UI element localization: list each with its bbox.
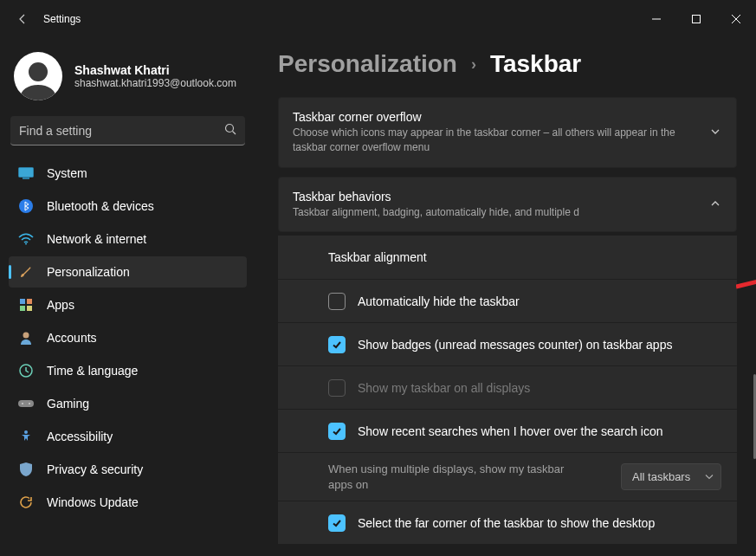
- sidebar-item-label: Gaming: [47, 397, 89, 411]
- sidebar-item-bluetooth[interactable]: Bluetooth & devices: [9, 191, 247, 222]
- svg-rect-7: [19, 168, 34, 178]
- shield-icon: [17, 461, 35, 478]
- sidebar-item-person[interactable]: Accounts: [9, 322, 247, 353]
- behaviors-body: Taskbar alignment Automatically hide the…: [278, 236, 737, 544]
- checkbox-disabled: [328, 379, 346, 397]
- card-subtitle: Choose which icons may appear in the tas…: [293, 126, 695, 155]
- sidebar: Shashwat Khatri shashwat.khatri1993@outl…: [0, 38, 255, 556]
- svg-rect-12: [27, 299, 32, 304]
- update-icon: [17, 494, 35, 511]
- search-box[interactable]: [10, 116, 245, 145]
- profile-block[interactable]: Shashwat Khatri shashwat.khatri1993@outl…: [9, 45, 247, 113]
- sidebar-item-clock[interactable]: Time & language: [9, 355, 247, 386]
- accessibility-icon: [17, 428, 35, 445]
- label: When using multiple displays, show my ta…: [328, 462, 588, 492]
- svg-rect-14: [27, 306, 32, 311]
- card-subtitle: Taskbar alignment, badging, automaticall…: [293, 205, 695, 220]
- gamepad-icon: [17, 395, 35, 412]
- profile-name: Shashwat Khatri: [74, 63, 236, 77]
- bluetooth-icon: [17, 197, 35, 215]
- svg-point-10: [25, 243, 27, 245]
- sidebar-item-label: Privacy & security: [47, 462, 143, 476]
- svg-point-20: [24, 430, 28, 434]
- svg-line-6: [233, 131, 236, 134]
- sidebar-item-update[interactable]: Windows Update: [9, 487, 247, 518]
- combo-value: All taskbars: [632, 470, 690, 483]
- breadcrumb-current: Taskbar: [490, 50, 581, 78]
- minimize-button[interactable]: [636, 5, 676, 33]
- card-title: Taskbar corner overflow: [293, 110, 695, 124]
- apps-icon: [17, 296, 35, 314]
- checkbox-checked[interactable]: [328, 336, 346, 353]
- sidebar-item-label: System: [47, 166, 87, 180]
- breadcrumb: Personalization › Taskbar: [278, 50, 737, 78]
- sidebar-item-label: Personalization: [47, 265, 130, 279]
- checkbox-checked[interactable]: [328, 514, 346, 532]
- sidebar-item-label: Apps: [47, 298, 74, 312]
- svg-point-4: [29, 62, 48, 81]
- search-input[interactable]: [19, 124, 224, 138]
- label: Taskbar alignment: [328, 250, 427, 264]
- sidebar-item-label: Windows Update: [47, 495, 139, 509]
- sidebar-item-label: Accounts: [47, 331, 97, 345]
- svg-point-5: [226, 124, 234, 132]
- sidebar-item-accessibility[interactable]: Accessibility: [9, 421, 247, 452]
- chevron-down-icon: [710, 125, 720, 140]
- avatar: [14, 52, 62, 100]
- window-title: Settings: [43, 13, 81, 25]
- checkbox-unchecked[interactable]: [328, 293, 346, 310]
- label: Show my taskbar on all displays: [358, 381, 530, 395]
- sidebar-item-gamepad[interactable]: Gaming: [9, 388, 247, 419]
- main-content: Personalization › Taskbar Taskbar corner…: [255, 38, 756, 556]
- svg-point-15: [23, 333, 29, 339]
- breadcrumb-parent[interactable]: Personalization: [278, 50, 457, 78]
- chevron-down-icon: [705, 470, 714, 483]
- sidebar-item-system[interactable]: System: [9, 158, 247, 189]
- person-icon: [17, 329, 35, 346]
- svg-rect-1: [693, 16, 701, 23]
- card-overflow[interactable]: Taskbar corner overflow Choose which ico…: [278, 97, 737, 168]
- wifi-icon: [17, 230, 35, 248]
- sidebar-item-brush[interactable]: Personalization: [9, 256, 247, 288]
- card-behaviors[interactable]: Taskbar behaviors Taskbar alignment, bad…: [278, 177, 737, 233]
- annotation-arrow: [736, 259, 756, 294]
- combo-all-taskbars: All taskbars: [621, 463, 721, 490]
- sidebar-item-label: Bluetooth & devices: [47, 199, 154, 213]
- sidebar-item-label: Time & language: [47, 364, 138, 378]
- svg-point-18: [22, 403, 23, 404]
- clock-icon: [17, 362, 35, 379]
- sidebar-item-label: Network & internet: [47, 232, 146, 246]
- svg-rect-13: [20, 306, 25, 311]
- card-title: Taskbar behaviors: [293, 190, 695, 204]
- sidebar-item-shield[interactable]: Privacy & security: [9, 454, 247, 485]
- titlebar: Settings: [0, 0, 756, 38]
- label: Show recent searches when I hover over t…: [358, 424, 663, 438]
- svg-point-19: [29, 403, 30, 404]
- maximize-button[interactable]: [676, 5, 716, 33]
- close-button[interactable]: [716, 5, 756, 33]
- row-taskbar-alignment[interactable]: Taskbar alignment: [278, 236, 737, 279]
- checkbox-checked[interactable]: [328, 423, 346, 440]
- row-multi-displays: When using multiple displays, show my ta…: [278, 452, 737, 501]
- row-far-corner[interactable]: Select the far corner of the taskbar to …: [278, 501, 737, 544]
- svg-line-21: [736, 262, 756, 287]
- svg-rect-17: [18, 400, 34, 407]
- profile-email: shashwat.khatri1993@outlook.com: [74, 77, 236, 89]
- row-recent-searches[interactable]: Show recent searches when I hover over t…: [278, 409, 737, 452]
- sidebar-item-wifi[interactable]: Network & internet: [9, 223, 247, 255]
- chevron-right-icon: ›: [471, 55, 476, 74]
- label: Show badges (unread messages counter) on…: [358, 338, 672, 352]
- brush-icon: [17, 263, 35, 281]
- label: Select the far corner of the taskbar to …: [358, 516, 655, 530]
- row-all-displays: Show my taskbar on all displays: [278, 365, 737, 409]
- svg-rect-11: [20, 299, 25, 304]
- row-badges[interactable]: Show badges (unread messages counter) on…: [278, 322, 737, 365]
- row-autohide[interactable]: Automatically hide the taskbar: [278, 279, 737, 322]
- search-icon: [224, 123, 236, 139]
- label: Automatically hide the taskbar: [358, 294, 520, 308]
- sidebar-item-apps[interactable]: Apps: [9, 289, 247, 320]
- svg-rect-8: [23, 178, 29, 179]
- back-button[interactable]: [9, 5, 36, 33]
- chevron-up-icon: [710, 197, 720, 212]
- sidebar-item-label: Accessibility: [47, 430, 113, 443]
